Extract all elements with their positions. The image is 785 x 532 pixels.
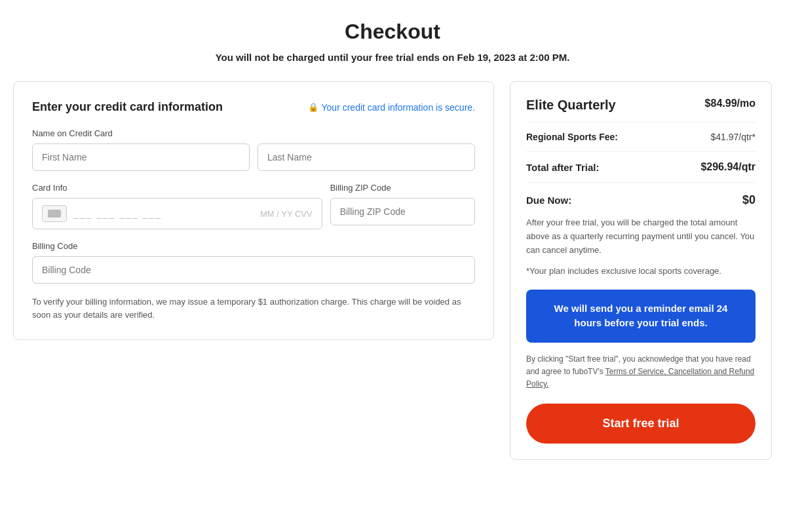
regional-sports-value: $41.97/qtr*	[711, 132, 756, 142]
card-number-placeholder: ___ ___ ___ ___	[73, 208, 254, 219]
card-input-wrapper[interactable]: ___ ___ ___ ___ MM / YY CVV	[32, 198, 322, 229]
total-after-trial-value: $296.94/qtr	[700, 161, 756, 173]
secure-label: Your credit card information is secure.	[322, 102, 475, 113]
name-row	[32, 143, 475, 171]
card-icon	[42, 205, 67, 222]
regional-sports-label: Regional Sports Fee:	[526, 132, 618, 142]
due-now-value: $0	[742, 193, 756, 207]
secure-text: 🔒 Your credit card information is secure…	[308, 102, 475, 113]
total-after-trial-label: Total after Trial:	[526, 162, 599, 173]
page-title: Checkout	[13, 20, 772, 44]
local-sports-text: *Your plan includes exclusive local spor…	[526, 265, 756, 278]
plan-name: Elite Quarterly	[526, 98, 616, 113]
name-on-card-group: Name on Credit Card	[32, 128, 475, 171]
billing-code-row: Billing Code	[32, 241, 475, 284]
due-section: Due Now: $0 After your free trial, you w…	[526, 182, 756, 390]
card-zip-row: Card Info ___ ___ ___ ___ MM / YY CVV Bi…	[32, 183, 475, 229]
panel-header: Enter your credit card information 🔒 You…	[32, 100, 475, 114]
panel-header-title: Enter your credit card information	[32, 100, 223, 114]
auth-notice: To verify your billing information, we m…	[32, 295, 475, 321]
last-name-input[interactable]	[258, 143, 475, 171]
zip-group: Billing ZIP Code	[330, 183, 475, 229]
page-subtitle: You will not be charged until your free …	[13, 52, 772, 63]
legal-text: By clicking "Start free trial", you ackn…	[526, 353, 756, 391]
billing-code-input[interactable]	[32, 256, 475, 284]
card-info-group: Card Info ___ ___ ___ ___ MM / YY CVV	[32, 183, 322, 229]
name-label: Name on Credit Card	[32, 128, 475, 138]
order-summary-panel: Elite Quarterly $84.99/mo Regional Sport…	[510, 81, 772, 460]
regional-sports-row: Regional Sports Fee: $41.97/qtr*	[526, 132, 756, 142]
billing-code-label: Billing Code	[32, 241, 475, 251]
total-row: Total after Trial: $296.94/qtr	[526, 151, 756, 173]
zip-input[interactable]	[330, 198, 475, 225]
terms-text: After your free trial, you will be charg…	[526, 216, 756, 257]
due-now-label: Due Now:	[526, 195, 571, 206]
plan-details: Regional Sports Fee: $41.97/qtr*	[526, 122, 756, 142]
zip-label: Billing ZIP Code	[330, 183, 475, 193]
card-expiry-cvv: MM / YY CVV	[260, 209, 313, 219]
reminder-text: We will send you a reminder email 24 hou…	[554, 303, 728, 329]
card-info-label: Card Info	[32, 183, 322, 193]
plan-header: Elite Quarterly $84.99/mo	[526, 98, 756, 113]
plan-price: $84.99/mo	[705, 98, 756, 109]
due-now-row: Due Now: $0	[526, 193, 756, 207]
main-content: Enter your credit card information 🔒 You…	[13, 81, 772, 460]
first-name-input[interactable]	[32, 143, 250, 171]
credit-card-panel: Enter your credit card information 🔒 You…	[13, 81, 494, 340]
lock-icon: 🔒	[308, 102, 318, 112]
card-icon-inner	[48, 210, 61, 218]
reminder-box: We will send you a reminder email 24 hou…	[526, 290, 756, 343]
start-trial-button[interactable]: Start free trial	[526, 404, 756, 444]
